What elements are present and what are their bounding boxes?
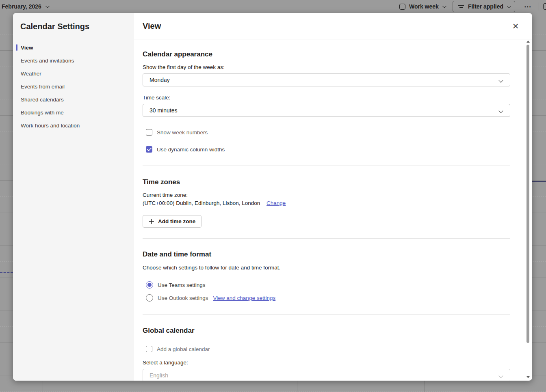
calendar-topbar: February, 2026 Work week Filter applied … [0, 0, 546, 13]
checkmark-icon [147, 148, 152, 151]
chevron-down-icon [442, 4, 446, 8]
add-time-zone-button[interactable]: Add time zone [143, 215, 202, 228]
add-time-zone-label: Add time zone [158, 218, 195, 224]
partial-button-icon[interactable] [543, 3, 546, 10]
topbar-actions: Work week Filter applied ⋯ [399, 0, 546, 13]
checkbox-unchecked[interactable] [146, 129, 152, 136]
scrollbar-thumb[interactable] [526, 45, 529, 343]
time-scale-value: 30 minutes [150, 107, 177, 114]
checkbox-unchecked[interactable] [146, 346, 152, 352]
sidebar-item-bookings-with-me[interactable]: Bookings with me [13, 106, 134, 119]
panel-header: View × [134, 13, 532, 39]
section-divider [143, 314, 510, 315]
view-and-change-settings-link[interactable]: View and change settings [213, 295, 276, 301]
sidebar-item-work-hours-and-location[interactable]: Work hours and location [13, 119, 134, 132]
section-divider [143, 238, 510, 239]
date-selector[interactable]: February, 2026 [0, 3, 48, 10]
sidebar-item-label: Bookings with me [21, 110, 64, 116]
current-time-zone-label: Current time zone: [143, 192, 510, 198]
first-day-value: Monday [150, 77, 170, 83]
sidebar-item-shared-calendars[interactable]: Shared calendars [13, 93, 134, 106]
settings-sidebar: Calendar Settings View Events and invita… [13, 13, 134, 381]
sidebar-item-label: Weather [21, 71, 41, 77]
active-indicator [16, 44, 17, 51]
radio-unselected[interactable] [146, 294, 153, 302]
checkbox-checked[interactable] [146, 146, 152, 153]
filter-button[interactable]: Filter applied [453, 1, 515, 12]
section-title-calendar-appearance: Calendar appearance [143, 50, 510, 58]
dialog-title: Calendar Settings [20, 22, 134, 31]
view-mode-selector[interactable]: Work week [399, 3, 445, 10]
section-title-date-time-format: Date and time format [143, 250, 510, 258]
use-teams-settings-label: Use Teams settings [158, 282, 206, 288]
first-day-dropdown[interactable]: Monday [143, 73, 510, 86]
sidebar-item-weather[interactable]: Weather [13, 67, 134, 80]
chevron-down-icon [498, 108, 503, 113]
section-title-global-calendar: Global calendar [143, 327, 510, 335]
dynamic-column-widths-checkbox-row[interactable]: Use dynamic column widths [146, 146, 510, 153]
language-value: English [150, 372, 168, 379]
change-time-zone-link[interactable]: Change [266, 200, 286, 206]
sidebar-item-events-and-invitations[interactable]: Events and invitations [13, 54, 134, 67]
filter-icon [458, 5, 464, 8]
plus-icon [149, 219, 154, 224]
chevron-down-icon [46, 4, 50, 8]
add-global-calendar-label: Add a global calendar [157, 346, 210, 352]
sidebar-item-label: Shared calendars [21, 97, 64, 103]
scroll-up-arrow-icon[interactable] [526, 41, 530, 43]
sidebar-item-label: Events and invitations [21, 58, 74, 64]
chevron-down-icon [507, 4, 511, 8]
use-outlook-settings-radio-row[interactable]: Use Outlook settings View and change set… [146, 294, 510, 302]
radio-selected[interactable] [146, 281, 153, 289]
current-time-zone-value: (UTC+00:00) Dublin, Edinburgh, Lisbon, L… [143, 200, 260, 206]
sidebar-item-events-from-email[interactable]: Events from email [13, 80, 134, 93]
filter-label: Filter applied [468, 3, 503, 10]
settings-content: Calendar appearance Show the first day o… [134, 39, 532, 381]
sidebar-item-label: View [21, 45, 33, 51]
dynamic-column-widths-label: Use dynamic column widths [157, 146, 225, 153]
use-teams-settings-radio-row[interactable]: Use Teams settings [146, 281, 510, 289]
select-language-label: Select a language: [143, 360, 510, 366]
work-week-icon [399, 4, 405, 10]
time-scale-label: Time scale: [143, 95, 510, 101]
section-divider [143, 166, 510, 166]
settings-main-panel: View × Calendar appearance Show the firs… [134, 13, 532, 381]
current-time-zone-row: (UTC+00:00) Dublin, Edinburgh, Lisbon, L… [143, 200, 510, 206]
show-week-numbers-label: Show week numbers [157, 129, 208, 136]
current-month-label: February, 2026 [2, 3, 41, 10]
section-title-time-zones: Time zones [143, 178, 510, 186]
sidebar-item-label: Work hours and location [21, 123, 80, 129]
show-week-numbers-checkbox-row[interactable]: Show week numbers [146, 129, 510, 136]
close-button[interactable]: × [509, 20, 522, 32]
sidebar-item-view[interactable]: View [13, 41, 134, 54]
view-mode-label: Work week [409, 3, 439, 10]
use-outlook-settings-label: Use Outlook settings [158, 295, 208, 301]
scroll-down-arrow-icon[interactable] [526, 376, 530, 378]
panel-title: View [143, 22, 161, 31]
first-day-label: Show the first day of the week as: [143, 64, 510, 70]
chevron-down-icon [498, 78, 503, 82]
time-scale-dropdown[interactable]: 30 minutes [143, 104, 510, 117]
calendar-settings-dialog: Calendar Settings View Events and invita… [13, 13, 532, 381]
date-time-format-description: Choose which settings to follow for date… [143, 265, 510, 271]
settings-nav: View Events and invitations Weather Even… [13, 41, 134, 132]
add-global-calendar-checkbox-row[interactable]: Add a global calendar [146, 346, 510, 352]
language-dropdown: English [143, 369, 510, 381]
sidebar-item-label: Events from email [21, 84, 65, 90]
chevron-down-icon [498, 373, 503, 378]
topbar-divider [539, 2, 539, 11]
more-options-button[interactable]: ⋯ [521, 2, 535, 11]
vertical-scrollbar[interactable] [526, 41, 530, 378]
